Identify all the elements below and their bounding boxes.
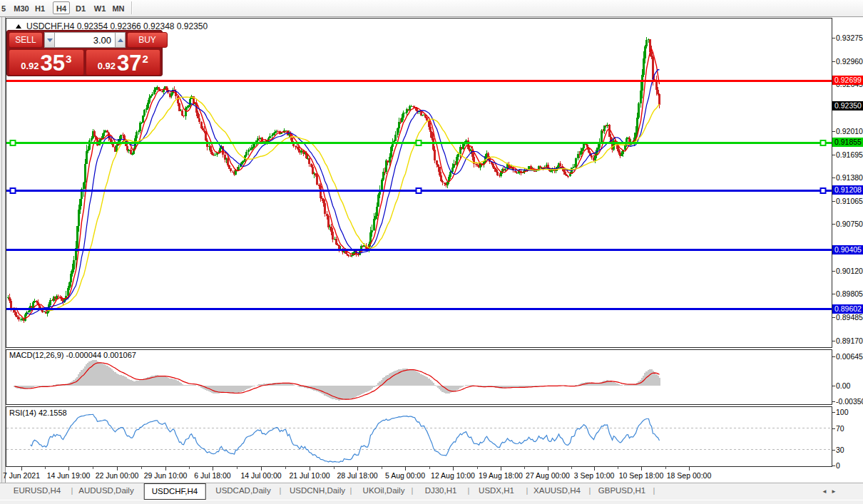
date-label: 27 Aug 00:00 <box>526 471 570 480</box>
toolbar-separator <box>131 1 133 14</box>
tab-separator: | <box>526 486 528 495</box>
tab-separator: | <box>468 486 470 495</box>
volume-increase-button[interactable] <box>115 32 126 48</box>
macd-tick-label: -0.003507 <box>836 397 863 406</box>
price-tick-label: 0.93275 <box>836 34 863 42</box>
date-label: 14 Jul 00:00 <box>240 471 281 480</box>
buy-price-display[interactable]: 0.92372 <box>86 49 161 76</box>
hline-handle[interactable] <box>11 140 16 145</box>
collapse-arrow-icon[interactable] <box>16 24 21 29</box>
price-tick-label: 0.91065 <box>836 197 863 205</box>
price-tag-0.92350: 0.92350 <box>832 101 863 110</box>
tab-separator: | <box>280 486 282 495</box>
rsi-line <box>31 414 660 462</box>
spin-down-icon <box>47 38 53 42</box>
rsi-tick-label: 70 <box>836 424 844 433</box>
buy-price-big: 37 <box>117 53 141 73</box>
tab-scroll-left-icon[interactable]: ◄ <box>822 488 827 495</box>
hline-0.91208[interactable] <box>6 188 832 193</box>
date-label: 12 Aug 10:00 <box>431 471 475 480</box>
date-label: 19 Aug 18:00 <box>479 471 523 480</box>
volume-input[interactable] <box>55 32 115 48</box>
date-label: 21 Jul 10:00 <box>289 471 330 480</box>
date-label: 28 Jul 18:00 <box>337 471 377 480</box>
price-tag-0.90405: 0.90405 <box>832 245 863 254</box>
date-label: 22 Jun 00:00 <box>96 471 139 480</box>
macd-label: MACD(12,26,9) -0.000044 0.001067 <box>9 351 136 359</box>
chart-tab-bar: EURUSD,H4|AUDUSD,DailyUSDCHF,H4USDCAD,Da… <box>0 483 863 500</box>
sell-price-prefix: 0.92 <box>21 61 39 71</box>
buy-button[interactable]: BUY <box>127 32 168 48</box>
sell-price-big: 35 <box>40 53 64 73</box>
price-tag-0.89602: 0.89602 <box>832 304 863 314</box>
period-button-mn[interactable]: MN <box>108 1 128 14</box>
tab-scroll-right-icon[interactable]: ► <box>831 488 837 495</box>
price-tick-label: 0.91380 <box>836 173 863 182</box>
tab-xauusd-h4[interactable]: XAUUSD,H4 <box>533 486 581 495</box>
price-tick-label: 0.91695 <box>836 150 863 159</box>
price-tick-label: 0.89485 <box>836 313 863 322</box>
buy-price-pip: 2 <box>142 53 148 65</box>
rsi-tick-label: 0 <box>836 461 840 470</box>
hline-handle[interactable] <box>11 188 16 193</box>
fast-ma-line <box>16 49 660 319</box>
tab-gbpusd-h1[interactable]: GBPUSD,H1 <box>598 486 645 495</box>
hline-handle[interactable] <box>821 140 826 145</box>
rsi-tick-label: 30 <box>836 446 844 454</box>
tab-usdchf-h4[interactable]: USDCHF,H4 <box>144 483 206 500</box>
volume-decrease-button[interactable] <box>44 32 55 48</box>
period-button-m30[interactable]: M30 <box>10 1 32 14</box>
tab-audusd-daily[interactable]: AUDUSD,Daily <box>78 486 133 495</box>
date-label: 18 Sep 00:00 <box>667 471 711 480</box>
macd-tick-label: 0.00 <box>836 381 850 390</box>
tab-usdx-h1[interactable]: USDX,H1 <box>479 486 514 495</box>
date-label: 10 Sep 18:00 <box>619 471 663 480</box>
tab-separator: | <box>589 486 591 495</box>
timeframe-toolbar: 5M30H1H4D1W1MN <box>0 0 863 17</box>
volume-stepper <box>44 32 126 48</box>
date-label: 7 Jun 2021 <box>3 471 40 480</box>
buy-price-prefix: 0.92 <box>98 61 116 71</box>
date-label: 6 Jul 18:00 <box>194 471 230 480</box>
tab-eurusd-h4[interactable]: EURUSD,H4 <box>14 486 61 495</box>
sell-button[interactable]: SELL <box>9 32 43 48</box>
medium-ma-line <box>27 70 660 314</box>
date-label: 5 Aug 00:00 <box>385 471 425 480</box>
price-tick-label: 0.90120 <box>836 267 863 275</box>
one-click-trading-panel: SELL BUY 0.92353 0.92372 <box>6 30 163 76</box>
period-button-h4[interactable]: H4 <box>53 1 70 14</box>
spin-up-icon <box>118 38 123 42</box>
price-tick-label: 0.89805 <box>836 289 863 298</box>
date-label: 14 Jun 19:00 <box>47 471 91 480</box>
tab-usdcad-daily[interactable]: USDCAD,Daily <box>215 486 270 495</box>
tab-ukoil-daily[interactable]: UKOil,Daily <box>363 486 405 495</box>
hline-handle[interactable] <box>417 140 422 145</box>
period-button-w1[interactable]: W1 <box>91 1 110 14</box>
price-tick-label: 0.92960 <box>836 57 863 66</box>
sell-price-pip: 3 <box>66 53 71 65</box>
tab-dj30-h1[interactable]: DJ30,H1 <box>425 486 457 495</box>
hline-handle[interactable] <box>821 188 826 193</box>
date-label: 3 Sep 10:00 <box>574 471 615 480</box>
hline-handle[interactable] <box>417 188 422 193</box>
price-tag-0.92699: 0.92699 <box>832 76 863 85</box>
tab-separator: | <box>350 486 352 495</box>
macd-tick-label: 0.006451 <box>836 352 863 361</box>
rsi-tick-label: 100 <box>836 408 849 416</box>
price-tick-label: 0.89170 <box>836 336 863 345</box>
tab-separator: | <box>412 486 414 495</box>
period-button-5[interactable]: 5 <box>0 1 9 14</box>
price-tick-label: 0.92010 <box>836 127 863 135</box>
period-button-d1[interactable]: D1 <box>72 1 89 14</box>
sell-price-display[interactable]: 0.92353 <box>9 49 84 76</box>
period-button-h1[interactable]: H1 <box>31 1 48 14</box>
tab-separator: | <box>653 486 655 495</box>
status-strip <box>0 500 863 504</box>
tab-separator: | <box>71 486 73 495</box>
price-tag-0.91208: 0.91208 <box>832 185 863 195</box>
rsi-label: RSI(14) 42.1558 <box>9 408 67 417</box>
pane-frames <box>6 19 836 471</box>
price-tag-0.91855: 0.91855 <box>832 138 863 147</box>
tab-usdcnh-daily[interactable]: USDCNH,Daily <box>290 486 345 495</box>
price-tick-label: 0.90750 <box>836 220 863 228</box>
